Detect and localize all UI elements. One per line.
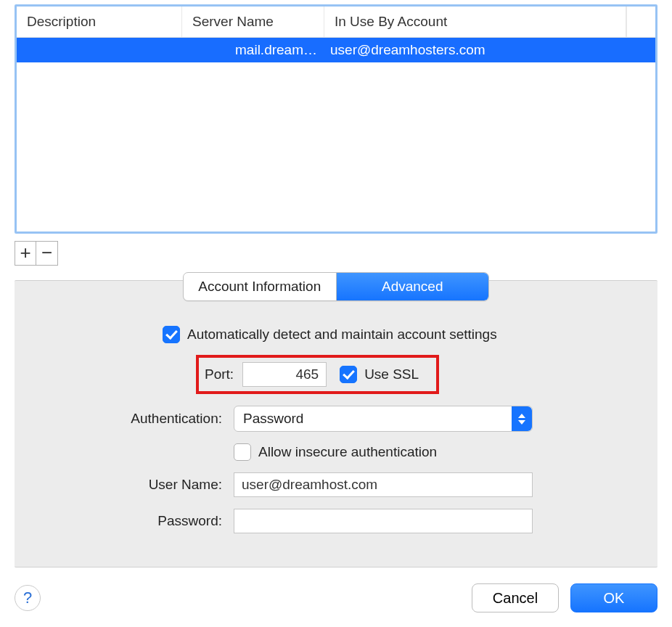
advanced-form: Automatically detect and maintain accoun… — [77, 326, 643, 533]
use-ssl-checkbox[interactable] — [340, 366, 357, 383]
allow-insecure-checkbox[interactable] — [234, 443, 251, 461]
tab-advanced[interactable]: Advanced — [336, 273, 489, 300]
column-header-description[interactable]: Description — [17, 7, 182, 37]
username-label: User Name: — [77, 477, 222, 493]
cell-server-name: mail.dream… — [182, 38, 324, 62]
chevron-updown-icon — [512, 406, 532, 431]
authentication-label: Authentication: — [77, 411, 222, 427]
authentication-select-value: Password — [243, 411, 303, 427]
port-ssl-highlight: Port: Use SSL — [196, 355, 439, 394]
username-field[interactable] — [234, 472, 533, 497]
password-label: Password: — [77, 513, 222, 529]
allow-insecure-label: Allow insecure authentication — [258, 444, 437, 460]
port-label: Port: — [205, 366, 234, 382]
settings-panel: Account Information Advanced Automatical… — [15, 280, 657, 567]
table-header-row: Description Server Name In Use By Accoun… — [17, 7, 655, 38]
auto-detect-checkbox[interactable] — [163, 326, 180, 343]
ok-button[interactable]: OK — [570, 583, 657, 612]
table-row[interactable]: mail.dream… user@dreamhosters.com — [17, 38, 655, 62]
server-list-table[interactable]: Description Server Name In Use By Accoun… — [15, 4, 657, 234]
password-field[interactable] — [234, 509, 533, 533]
cell-description — [17, 38, 182, 62]
add-remove-button-group: + − — [15, 241, 672, 266]
port-field[interactable] — [242, 362, 327, 387]
column-header-server-name[interactable]: Server Name — [182, 7, 324, 37]
tab-account-information[interactable]: Account Information — [184, 273, 336, 300]
dialog-footer: ? Cancel OK — [15, 583, 657, 612]
authentication-select[interactable]: Password — [234, 406, 533, 432]
auto-detect-label: Automatically detect and maintain accoun… — [187, 327, 497, 343]
settings-tabs: Account Information Advanced — [183, 272, 489, 301]
cell-in-use-by-account: user@dreamhosters.com — [324, 38, 655, 62]
column-header-extra — [626, 7, 655, 37]
column-header-in-use-by-account[interactable]: In Use By Account — [324, 7, 626, 37]
server-settings-window: Description Server Name In Use By Accoun… — [0, 4, 672, 627]
cancel-button[interactable]: Cancel — [472, 583, 559, 612]
remove-server-button[interactable]: − — [36, 241, 58, 266]
add-server-button[interactable]: + — [15, 241, 36, 266]
use-ssl-label: Use SSL — [364, 366, 419, 382]
help-button[interactable]: ? — [15, 585, 41, 611]
